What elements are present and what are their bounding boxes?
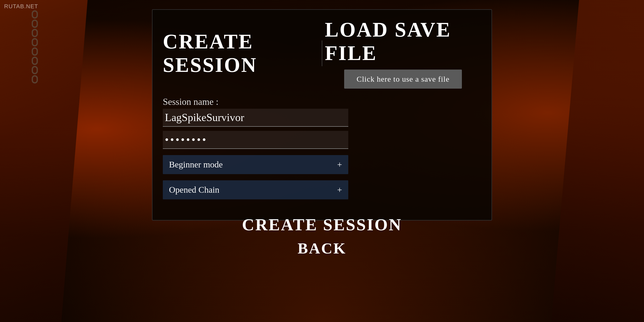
opened-chain-expand-icon: + — [337, 185, 342, 195]
dialog-footer: Create Session Back — [152, 207, 492, 268]
session-name-input[interactable] — [163, 109, 348, 127]
chain-link — [32, 47, 38, 56]
main-dialog: Create Session Load Save File Click here… — [152, 9, 492, 221]
session-name-label: Session name : — [163, 96, 348, 107]
header-divider — [322, 40, 322, 66]
dialog-header: Create Session Load Save File Click here… — [152, 10, 492, 94]
load-save-header: Load Save File Click here to use a save … — [325, 18, 481, 89]
create-session-header: Create Session — [163, 18, 319, 89]
load-save-button[interactable]: Click here to use a save file — [344, 70, 462, 89]
back-button[interactable]: Back — [298, 240, 346, 257]
chain-link — [32, 38, 38, 46]
dialog-body: Session name : Beginner mode + Opened Ch… — [152, 94, 492, 207]
chain-link — [32, 10, 38, 19]
chain-link — [32, 75, 38, 83]
watermark: RUTAB.NET — [4, 3, 38, 10]
chain-decoration — [31, 10, 39, 93]
session-name-group: Session name : — [163, 96, 348, 127]
opened-chain-dropdown[interactable]: Opened Chain + — [163, 180, 348, 199]
load-save-title: Load Save File — [325, 18, 481, 65]
beginner-mode-dropdown[interactable]: Beginner mode + — [163, 155, 348, 174]
opened-chain-label: Opened Chain — [169, 185, 219, 195]
chain-link — [32, 29, 38, 37]
password-input[interactable] — [163, 131, 348, 149]
beginner-mode-label: Beginner mode — [169, 160, 223, 170]
create-session-form: Session name : Beginner mode + Opened Ch… — [163, 96, 348, 199]
chain-link — [32, 57, 38, 65]
chain-link — [32, 20, 38, 28]
chain-link — [32, 66, 38, 74]
beginner-mode-expand-icon: + — [337, 160, 342, 170]
create-session-button[interactable]: Create Session — [242, 215, 402, 234]
create-session-title: Create Session — [163, 30, 319, 77]
